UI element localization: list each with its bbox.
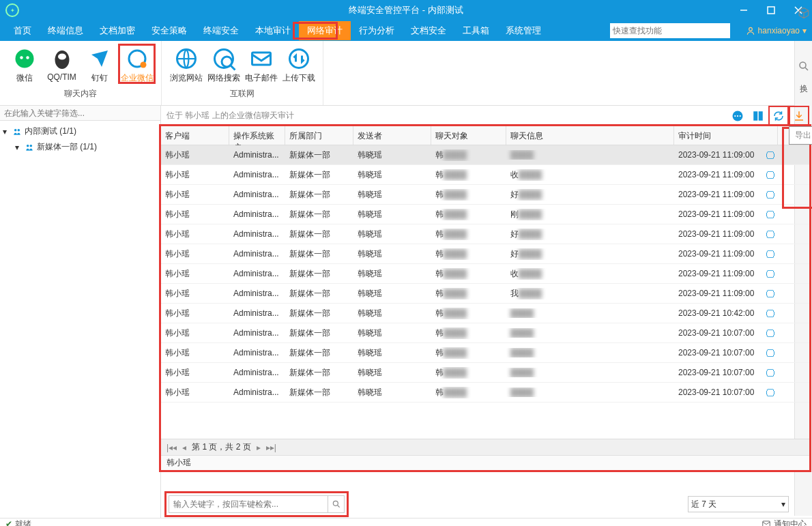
cell: 韩晓瑶 [353, 387, 431, 398]
columns-icon[interactable] [751, 108, 766, 123]
function-search-input[interactable] [610, 23, 730, 38]
table-body[interactable]: 韩小瑶Administra...新媒体一部韩晓瑶韩████████2023-09… [161, 145, 809, 439]
last-page-button[interactable]: ▸▸| [266, 443, 276, 452]
svg-point-5 [15, 50, 33, 68]
monitor-icon: 🖵 [766, 229, 775, 239]
col-4[interactable]: 聊天对象 [431, 126, 506, 145]
swap-label[interactable]: 换 [800, 83, 808, 95]
table-actions [730, 108, 807, 123]
cell: ████ [506, 150, 674, 160]
svg-point-20 [14, 128, 17, 131]
next-page-button[interactable]: ▸ [257, 443, 261, 452]
cell: 韩████ [431, 308, 506, 319]
cell: 韩████ [431, 288, 506, 299]
tree-filter-input[interactable] [0, 106, 160, 121]
cell: 韩晓瑶 [353, 209, 431, 220]
time-range-select[interactable]: 近 7 天 ▾ [688, 496, 789, 512]
col-3[interactable]: 发送者 [353, 126, 431, 145]
cell: 2023-09-21 10:07:00🖵 [674, 388, 778, 397]
keyword-input[interactable] [169, 499, 328, 509]
tree-node[interactable]: ▾新媒体一部 (1/1) [0, 139, 160, 155]
current-user[interactable]: hanxiaoyao ▾ [746, 26, 807, 35]
cell: 2023-09-21 10:42:00🖵 [674, 308, 778, 318]
menu-行为分析[interactable]: 行为分析 [351, 21, 403, 40]
bottom-search-row: 近 7 天 ▾ [161, 491, 812, 518]
col-5[interactable]: 聊天信息 [506, 126, 674, 145]
notification-icon[interactable] [762, 519, 771, 526]
menu-文档安全[interactable]: 文档安全 [403, 21, 454, 40]
ribbon-email[interactable]: 电子邮件 [242, 44, 280, 84]
cell: 韩晓瑶 [353, 268, 431, 280]
menu-安全策略[interactable]: 安全策略 [143, 21, 195, 40]
table-row[interactable]: 韩小瑶Administra...新媒体一部韩晓瑶韩████████2023-09… [161, 383, 809, 403]
menu-本地审计[interactable]: 本地审计 [247, 21, 299, 40]
col-6[interactable]: 审计时间 [674, 126, 778, 145]
browse-icon [174, 46, 199, 71]
cell: 好████ [506, 248, 674, 260]
table-row[interactable]: 韩小瑶Administra...新媒体一部韩晓瑶韩████████2023-09… [161, 343, 809, 363]
menu-网络审计[interactable]: 网络审计 [299, 21, 351, 40]
table-row[interactable]: 韩小瑶Administra...新媒体一部韩晓瑶韩████████2023-09… [161, 304, 809, 323]
tree-node[interactable]: ▾内部测试 (1/1) [0, 123, 160, 139]
svg-point-4 [749, 27, 752, 31]
ribbon-dingtalk[interactable]: 钉钉 [81, 44, 118, 84]
table-row[interactable]: 韩小瑶Administra...新媒体一部韩晓瑶韩████████2023-09… [161, 363, 809, 383]
table-row[interactable]: 韩小瑶Administra...新媒体一部韩晓瑶韩████好████2023-0… [161, 244, 809, 264]
menu-文档加密[interactable]: 文档加密 [91, 21, 143, 40]
table-row[interactable]: 韩小瑶Administra...新媒体一部韩晓瑶韩████████2023-09… [161, 145, 809, 165]
ribbon: 微信QQ/TIM钉钉企业微信聊天内容浏览网站网络搜索电子邮件上传下载互联网 [0, 41, 812, 106]
svg-rect-29 [759, 111, 763, 121]
menu-系统管理[interactable]: 系统管理 [497, 21, 549, 40]
menu-首页[interactable]: 首页 [5, 21, 40, 40]
chat-bubble-icon[interactable] [730, 108, 745, 123]
table-row[interactable]: 韩小瑶Administra...新媒体一部韩晓瑶韩████好████2023-0… [161, 185, 809, 205]
cell: 韩小瑶 [161, 327, 229, 339]
ribbon-qqtim[interactable]: QQ/TIM [43, 44, 81, 84]
cell: 韩小瑶 [161, 229, 229, 240]
menu-工具箱[interactable]: 工具箱 [454, 21, 497, 40]
table-row[interactable]: 韩小瑶Administra...新媒体一部韩晓瑶韩████我████2023-0… [161, 284, 809, 304]
prev-page-button[interactable]: ◂ [182, 443, 186, 452]
svg-point-17 [289, 50, 308, 68]
col-1[interactable]: 操作系统账户 [229, 126, 285, 145]
svg-point-23 [30, 144, 33, 147]
table-row[interactable]: 韩小瑶Administra...新媒体一部韩晓瑶韩████收████2023-0… [161, 165, 809, 185]
ribbon-browse[interactable]: 浏览网站 [167, 44, 205, 84]
ribbon-updown[interactable]: 上传下载 [280, 44, 317, 84]
title-bar: ✦ 终端安全管控平台 - 内部测试 [0, 0, 812, 20]
menu-终端安全[interactable]: 终端安全 [195, 21, 247, 40]
cell: 韩████ [431, 347, 506, 359]
maximize-button[interactable] [757, 0, 785, 20]
keyword-search-button[interactable] [328, 496, 344, 512]
cell: 好████ [506, 229, 674, 240]
chevron-down-icon: ▾ [3, 127, 10, 136]
table-row[interactable]: 韩小瑶Administra...新媒体一部韩晓瑶韩████好████2023-0… [161, 224, 809, 244]
svg-point-18 [800, 62, 806, 68]
minimize-button[interactable] [730, 0, 757, 20]
refresh-icon[interactable] [771, 108, 786, 123]
menu-终端信息[interactable]: 终端信息 [40, 21, 91, 40]
export-icon[interactable] [792, 108, 807, 123]
search-side-icon[interactable] [798, 60, 810, 72]
notification-center[interactable]: 通知中心 [774, 518, 807, 527]
col-0[interactable]: 客户端 [161, 126, 229, 145]
email-icon [249, 46, 274, 71]
cube-icon[interactable] [798, 7, 810, 19]
ribbon-wecom[interactable]: 企业微信 [118, 44, 156, 84]
ribbon-websearch[interactable]: 网络搜索 [205, 44, 242, 84]
monitor-icon: 🖵 [766, 249, 775, 259]
table-row[interactable]: 韩小瑶Administra...新媒体一部韩晓瑶韩████████2023-09… [161, 323, 809, 343]
table-row[interactable]: 韩小瑶Administra...新媒体一部韩晓瑶韩████刚████2023-0… [161, 205, 809, 224]
table-row[interactable]: 韩小瑶Administra...新媒体一部韩晓瑶韩████收████2023-0… [161, 264, 809, 284]
first-page-button[interactable]: |◂◂ [166, 443, 177, 452]
svg-point-14 [222, 57, 232, 67]
svg-point-11 [140, 62, 146, 68]
cell: 2023-09-21 11:09:00🖵 [674, 150, 778, 160]
ribbon-wechat[interactable]: 微信 [5, 44, 43, 84]
cell: 2023-09-21 11:09:00🖵 [674, 249, 778, 259]
ribbon-group-label: 聊天内容 [64, 88, 97, 102]
col-2[interactable]: 所属部门 [285, 126, 353, 145]
dingtalk-icon [87, 46, 112, 71]
cell: 新媒体一部 [285, 347, 353, 359]
cell: 新媒体一部 [285, 229, 353, 240]
